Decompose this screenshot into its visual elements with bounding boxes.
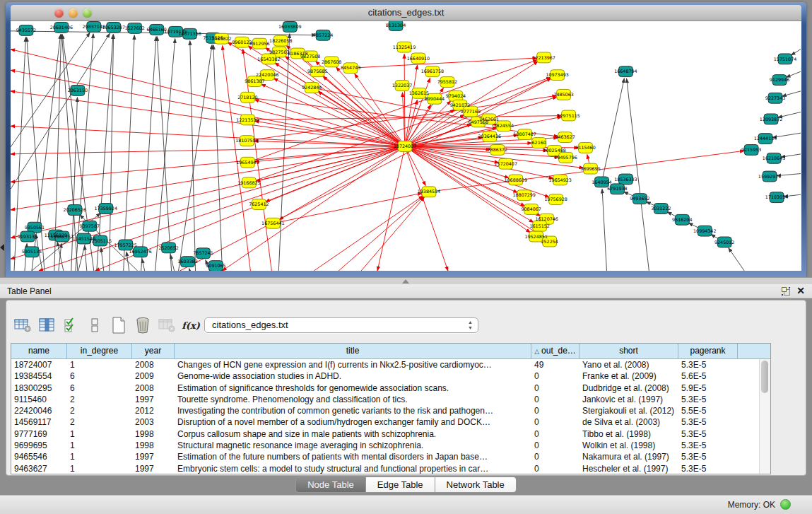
graph-edge[interactable]: [213, 45, 223, 271]
table-cell-short[interactable]: Franke et al. (2009): [579, 370, 678, 382]
graph-edge[interactable]: [110, 35, 114, 271]
table-mode-icon[interactable]: [12, 315, 33, 335]
table-row[interactable]: 1830029562008Estimation of significance …: [11, 382, 770, 394]
column-header-pagerank[interactable]: pagerank: [678, 344, 738, 358]
table-cell-title[interactable]: Corpus callosum shape and size in male p…: [175, 428, 531, 440]
column-select-icon[interactable]: [36, 315, 57, 335]
horizontal-split-divider[interactable]: [0, 277, 812, 284]
table-cell-name[interactable]: 9463627: [11, 463, 67, 474]
table-cell-name[interactable]: 18724007: [11, 359, 67, 370]
tab-edge-table[interactable]: Edge Table: [366, 477, 435, 493]
split-grip-icon[interactable]: [402, 279, 409, 284]
table-cell-title[interactable]: Changes of HCN gene expression and I(f) …: [175, 359, 531, 370]
graph-edge[interactable]: [602, 78, 625, 182]
table-row[interactable]: 969969511998Structural magnetic resonanc…: [11, 440, 770, 451]
table-cell-outde[interactable]: 0: [531, 451, 579, 462]
graph-edge[interactable]: [155, 39, 175, 271]
table-cell-short[interactable]: de Silva et al. (2003): [579, 416, 678, 428]
table-cell-title[interactable]: Embryonic stem cells: a model to study s…: [175, 463, 531, 474]
graph-edge[interactable]: [85, 245, 87, 271]
table-row[interactable]: 946362711997Embryonic stem cells: a mode…: [11, 463, 770, 474]
network-canvas[interactable]: 9435572206914062983714810653287152760264…: [11, 21, 801, 271]
table-cell-indegree[interactable]: 1: [67, 463, 132, 474]
table-cell-short[interactable]: Yano et al. (2008): [579, 359, 678, 370]
table-cell-title[interactable]: Disruption of a novel member of a sodium…: [175, 416, 531, 428]
column-header-indegree[interactable]: in_degree: [67, 344, 132, 358]
table-vertical-scrollbar[interactable]: [759, 359, 770, 474]
table-cell-pagerank[interactable]: 5.6E-5: [678, 370, 738, 382]
graph-edge[interactable]: [314, 196, 423, 271]
graph-edge[interactable]: [157, 37, 171, 271]
graph-edge[interactable]: [254, 100, 405, 146]
table-header-row[interactable]: namein_degreeyeartitle△out_de…shortpager…: [11, 344, 770, 359]
tab-network-table[interactable]: Network Table: [435, 477, 517, 493]
table-cell-pagerank[interactable]: 5.3E-5: [678, 451, 738, 462]
table-cell-indegree[interactable]: 1: [67, 451, 132, 462]
table-cell-outde[interactable]: 0: [531, 370, 579, 382]
graph-edge[interactable]: [11, 33, 110, 189]
table-row[interactable]: 977716911998Corpus callosum shape and si…: [11, 428, 770, 440]
table-cell-short[interactable]: Stergiakouli et al. (2012): [579, 405, 678, 416]
graph-edge[interactable]: [361, 197, 424, 271]
table-cell-year[interactable]: 2003: [132, 416, 175, 428]
table-row[interactable]: 911546021997Tourette syndrome. Phenomeno…: [11, 394, 770, 405]
graph-edge[interactable]: [273, 193, 422, 223]
table-cell-outde[interactable]: 0: [531, 428, 579, 440]
table-row[interactable]: 1872400712008Changes of HCN gene express…: [11, 359, 770, 370]
table-cell-outde[interactable]: 0: [531, 405, 579, 416]
table-cell-short[interactable]: Nakamura et al. (1997): [579, 451, 678, 462]
citation-network-graph[interactable]: 9435572206914062983714810653287152760264…: [11, 21, 801, 271]
collapse-left-panel-arrow-icon[interactable]: [0, 244, 4, 251]
table-cell-year[interactable]: 1998: [132, 428, 175, 440]
table-cell-short[interactable]: Wolkin et al. (1998): [579, 440, 678, 451]
graph-edge[interactable]: [11, 146, 405, 259]
column-header-name[interactable]: name: [11, 344, 67, 358]
float-panel-icon[interactable]: [781, 286, 791, 296]
graph-edge[interactable]: [729, 248, 744, 271]
column-header-title[interactable]: title: [175, 344, 531, 358]
table-cell-title[interactable]: Investigating the contribution of common…: [175, 405, 531, 416]
table-row[interactable]: 1456911722003Disruption of a novel membe…: [11, 416, 770, 428]
table-cell-pagerank[interactable]: 5.9E-5: [678, 382, 738, 394]
table-cell-title[interactable]: Structural magnetic resonance image aver…: [175, 440, 531, 451]
table-cell-pagerank[interactable]: 5.3E-5: [678, 394, 738, 405]
table-cell-short[interactable]: Dudbridge et al. (2008): [579, 382, 678, 394]
graph-edge[interactable]: [11, 146, 405, 238]
table-cell-pagerank[interactable]: 5.3E-5: [678, 428, 738, 440]
table-cell-indegree[interactable]: 1: [67, 428, 132, 440]
table-cell-indegree[interactable]: 6: [67, 370, 132, 382]
graph-edge[interactable]: [791, 49, 801, 56]
table-cell-pagerank[interactable]: 5.3E-5: [678, 359, 738, 370]
table-cell-year[interactable]: 1997: [132, 451, 175, 462]
table-cell-outde[interactable]: 49: [531, 359, 579, 370]
graph-edge[interactable]: [126, 252, 129, 271]
table-row[interactable]: 1938455462009Genome-wide association stu…: [11, 370, 770, 382]
table-cell-pagerank[interactable]: 5.3E-5: [678, 440, 738, 451]
trash-icon[interactable]: [132, 315, 153, 335]
table-cell-year[interactable]: 2012: [132, 405, 175, 416]
graph-edge[interactable]: [179, 45, 212, 271]
graph-edge[interactable]: [180, 78, 551, 271]
graph-edge[interactable]: [602, 189, 606, 271]
table-cell-name[interactable]: 22420046: [11, 405, 67, 416]
table-cell-year[interactable]: 1998: [132, 440, 175, 451]
table-cell-pagerank[interactable]: 5.5E-5: [678, 405, 738, 416]
close-panel-icon[interactable]: ✕: [796, 285, 805, 296]
graph-edge[interactable]: [786, 71, 801, 77]
table-cell-indegree[interactable]: 6: [67, 382, 132, 394]
network-view-window[interactable]: citations_edges.txt 94355722069140629837…: [6, 2, 806, 277]
table-cell-outde[interactable]: 0: [531, 394, 579, 405]
table-cell-short[interactable]: Tibbo et al. (1998): [579, 428, 678, 440]
table-cell-title[interactable]: Genome-wide association studies in ADHD.: [175, 370, 531, 382]
graph-edge[interactable]: [141, 37, 156, 271]
table-cell-year[interactable]: 2009: [132, 370, 175, 382]
table-cell-name[interactable]: 19384554: [11, 370, 67, 382]
graph-edge[interactable]: [273, 78, 405, 146]
table-source-select[interactable]: citations_edges.txt ▲▼: [204, 317, 478, 333]
table-cell-name[interactable]: 18300295: [11, 382, 67, 394]
table-row[interactable]: 2242004622012Investigating the contribut…: [11, 405, 770, 416]
scrollbar-thumb[interactable]: [761, 361, 768, 393]
table-cell-year[interactable]: 2008: [132, 359, 175, 370]
column-header-outde[interactable]: △out_de…: [531, 344, 579, 358]
table-cell-title[interactable]: Estimation of the future numbers of pati…: [175, 451, 531, 462]
